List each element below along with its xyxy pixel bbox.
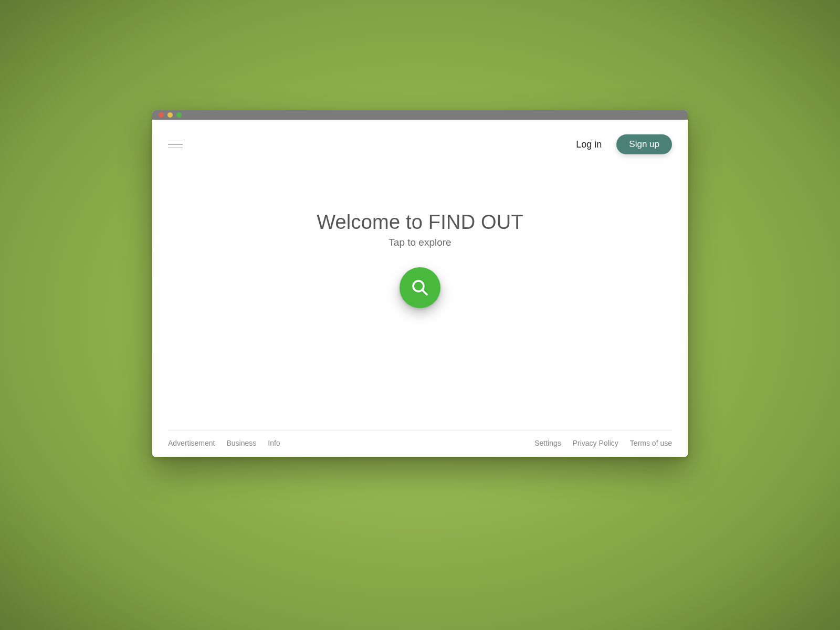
window-close-button[interactable] xyxy=(159,112,164,118)
window-maximize-button[interactable] xyxy=(176,112,182,118)
window-titlebar xyxy=(152,110,688,120)
footer-link-privacy[interactable]: Privacy Policy xyxy=(573,439,618,447)
search-button[interactable] xyxy=(400,267,440,308)
page-footer: Advertisement Business Info Settings Pri… xyxy=(168,430,672,457)
page-title: Welcome to FIND OUT xyxy=(317,211,523,234)
menu-icon[interactable] xyxy=(168,139,183,151)
browser-window: Log in Sign up Welcome to FIND OUT Tap t… xyxy=(152,110,688,457)
footer-link-settings[interactable]: Settings xyxy=(534,439,561,447)
footer-link-terms[interactable]: Terms of use xyxy=(630,439,672,447)
page-subtitle: Tap to explore xyxy=(388,237,451,248)
svg-line-1 xyxy=(423,290,427,295)
page-content: Log in Sign up Welcome to FIND OUT Tap t… xyxy=(152,120,688,457)
auth-controls: Log in Sign up xyxy=(576,134,672,154)
signup-button[interactable]: Sign up xyxy=(616,134,672,154)
footer-left-links: Advertisement Business Info xyxy=(168,439,280,447)
hero-section: Welcome to FIND OUT Tap to explore xyxy=(152,154,688,430)
footer-link-advertisement[interactable]: Advertisement xyxy=(168,439,215,447)
window-minimize-button[interactable] xyxy=(167,112,173,118)
page-header: Log in Sign up xyxy=(152,120,688,154)
footer-link-info[interactable]: Info xyxy=(268,439,280,447)
search-icon xyxy=(410,277,430,298)
footer-link-business[interactable]: Business xyxy=(226,439,256,447)
footer-right-links: Settings Privacy Policy Terms of use xyxy=(534,439,672,447)
login-link[interactable]: Log in xyxy=(576,139,602,150)
